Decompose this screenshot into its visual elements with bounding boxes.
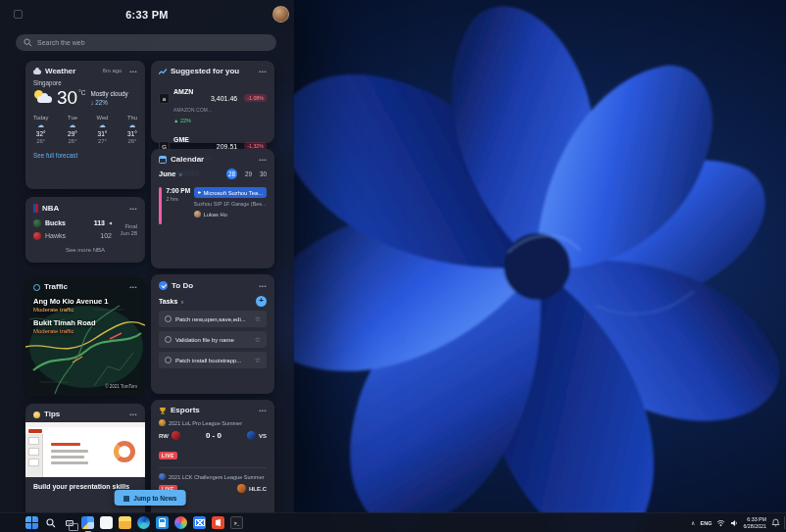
weather-forecast: Today ☁ 32° 26° Tue ☁ 29° 26° Wed ☁ 31° …: [33, 115, 137, 144]
office-button[interactable]: [212, 516, 224, 529]
todo-widget[interactable]: To Do ••• Tasks ∨ + Patch new,open,save,…: [151, 274, 274, 394]
add-task-button[interactable]: +: [256, 296, 267, 307]
search-input[interactable]: [37, 39, 269, 46]
mail-button[interactable]: [193, 516, 206, 529]
more-options-icon[interactable]: •••: [129, 206, 137, 212]
road-status: Moderate traffic: [33, 307, 137, 313]
forecast-day[interactable]: Today ☁ 32° 26°: [33, 115, 48, 144]
more-options-icon[interactable]: •••: [259, 283, 267, 289]
todo-check-icon: [159, 281, 168, 290]
nba-team-row[interactable]: Hawks 102: [33, 229, 112, 242]
stocks-widget[interactable]: Suggested for you ••• a AMZN AMAZON.COM.…: [151, 61, 274, 143]
forecast-day[interactable]: Thu ☁ 31° 26°: [127, 115, 137, 144]
chat-button[interactable]: [100, 516, 113, 529]
microsoft-store-button[interactable]: [156, 516, 169, 529]
tray-overflow-chevron[interactable]: ∧: [691, 520, 695, 526]
taskbar-search-button[interactable]: [44, 516, 57, 529]
forecast-hi: 29°: [68, 130, 77, 137]
language-indicator[interactable]: ENG: [701, 520, 712, 526]
nba-team-row[interactable]: Bucks 113 ◀: [33, 217, 112, 229]
weather-location: Singapore: [33, 79, 137, 86]
more-options-icon[interactable]: •••: [259, 69, 267, 74]
esports-match-row[interactable]: RW 0 - 0 VS: [159, 431, 267, 440]
stock-change-badge: -1.08%: [244, 94, 267, 102]
see-full-forecast-link[interactable]: See full forecast: [33, 152, 137, 159]
desktop: 6:33 PM Weather 6m ago ••• Singapore 30 …: [0, 0, 786, 532]
calendar-day-selected[interactable]: 28: [226, 169, 237, 179]
stock-row[interactable]: a AMZN AMAZON.COM... 3,401.46 -1.08%: [159, 80, 267, 116]
stock-price: 3,401.46: [211, 95, 237, 102]
task-text: Patch new,open,save,edi...: [175, 316, 251, 322]
jump-to-news-button[interactable]: ▤ Jump to News: [115, 490, 186, 506]
star-icon[interactable]: ☆: [255, 357, 261, 363]
news-icon: ▤: [123, 495, 130, 502]
complete-task-circle[interactable]: [165, 336, 172, 343]
tips-title: Tips: [44, 411, 60, 418]
calendar-widget[interactable]: Calendar ••• June ∨ 28 29 30 7:00 PM 2 h…: [151, 149, 274, 268]
user-avatar[interactable]: [272, 6, 289, 23]
complete-task-circle[interactable]: [165, 357, 172, 363]
start-button[interactable]: [25, 516, 38, 529]
traffic-title: Traffic: [44, 283, 68, 291]
live-badge: LIVE: [159, 452, 177, 459]
traffic-road[interactable]: Ang Mo Kio Avenue 1 Moderate traffic: [33, 297, 137, 313]
league-logo-icon: [159, 419, 166, 426]
terminal-button[interactable]: >_: [230, 516, 243, 529]
forecast-day-label: Today: [33, 115, 48, 121]
weather-widget[interactable]: Weather 6m ago ••• Singapore 30 °C Mostl…: [25, 61, 145, 189]
tray-clock[interactable]: 6:33 PM 6/28/2021: [743, 516, 766, 530]
todo-task-row[interactable]: Patch new,open,save,edi... ☆: [159, 311, 267, 327]
todo-list-selector[interactable]: Tasks: [159, 298, 177, 305]
esports-league-row[interactable]: 2021 LCK Challengers League Summer: [159, 473, 267, 480]
forecast-lo: 27°: [98, 138, 107, 144]
see-more-nba-link[interactable]: See more NBA: [33, 247, 137, 253]
rain-cloud-icon: ☁: [70, 121, 76, 129]
more-options-icon[interactable]: •••: [259, 408, 267, 413]
event-time: 7:00 PM: [167, 187, 194, 194]
team-name: Hawks: [45, 232, 96, 239]
league-logo-icon: [159, 473, 166, 480]
edge-browser-button[interactable]: [137, 516, 150, 529]
weather-condition: Mostly cloudy: [90, 90, 127, 97]
event-title-pill[interactable]: Microsoft Suzhou Tea...: [194, 187, 268, 198]
wifi-icon[interactable]: [716, 519, 725, 527]
star-icon[interactable]: ☆: [255, 315, 261, 322]
star-icon[interactable]: ☆: [255, 336, 261, 343]
calendar-day[interactable]: 29: [245, 170, 252, 177]
calendar-event[interactable]: 7:00 PM 2 hrs Microsoft Suzhou Tea... Su…: [159, 187, 267, 224]
tips-preview-image: [25, 422, 145, 477]
lightbulb-icon: [33, 411, 40, 418]
calendar-month[interactable]: June: [159, 169, 176, 178]
esports-league-row[interactable]: 2021 LoL Pro League Summer: [159, 419, 267, 426]
todo-task-row[interactable]: Patch install bootstrapp... ☆: [159, 352, 267, 368]
weather-precip: ↓ 22%: [90, 99, 127, 106]
widgets-panel: 6:33 PM Weather 6m ago ••• Singapore 30 …: [0, 0, 294, 512]
todo-task-row[interactable]: Validation file by name ☆: [159, 331, 267, 348]
calendar-day[interactable]: 30: [260, 170, 267, 177]
more-options-icon[interactable]: •••: [129, 69, 137, 74]
notification-bell-icon[interactable]: [771, 518, 780, 527]
tray-date: 6/28/2021: [743, 523, 766, 530]
volume-icon[interactable]: [730, 519, 738, 527]
forecast-day[interactable]: Tue ☁ 29° 26°: [68, 115, 77, 144]
file-explorer-button[interactable]: [119, 516, 131, 529]
traffic-widget[interactable]: Traffic ••• Ang Mo Kio Avenue 1 Moderate…: [25, 276, 145, 396]
amzn-logo: a: [159, 93, 170, 104]
more-options-icon[interactable]: •••: [259, 157, 267, 163]
traffic-road[interactable]: Bukit Timah Road Moderate traffic: [33, 318, 137, 334]
complete-task-circle[interactable]: [165, 315, 172, 322]
weather-unit-toggle[interactable]: °C: [78, 89, 85, 96]
task-view-button[interactable]: [63, 516, 75, 529]
forecast-day[interactable]: Wed ☁ 31° 27°: [97, 115, 109, 144]
more-options-icon[interactable]: •••: [129, 411, 137, 417]
stocks-title: Suggested for you: [171, 68, 239, 75]
widgets-button[interactable]: [81, 516, 94, 529]
calendar-title: Calendar: [171, 156, 204, 164]
team-logo-icon: [237, 484, 246, 493]
more-options-icon[interactable]: •••: [129, 284, 137, 290]
video-call-icon: [198, 190, 201, 195]
nba-widget[interactable]: NBA ••• Bucks 113 ◀ Hawks 102: [25, 197, 145, 263]
web-search-bar[interactable]: [16, 34, 276, 51]
photos-button[interactable]: [174, 516, 187, 529]
team-score: 102: [100, 232, 112, 239]
